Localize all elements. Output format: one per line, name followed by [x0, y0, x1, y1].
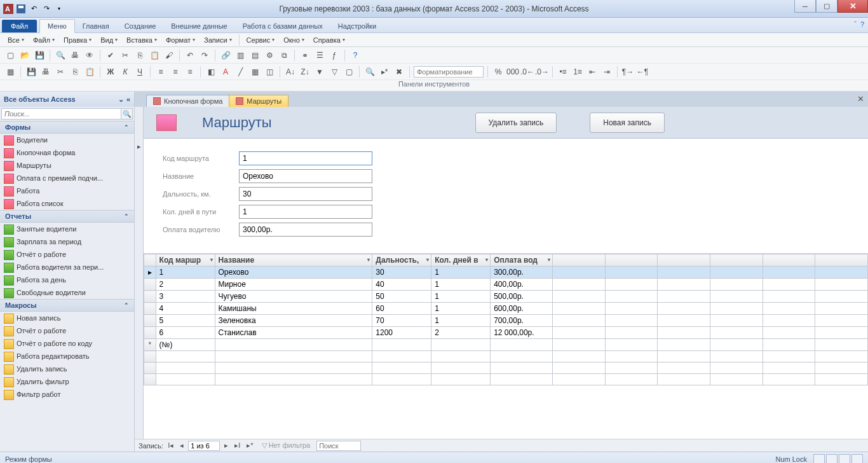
- menu-format[interactable]: Формат▾: [162, 35, 199, 45]
- spell-icon[interactable]: ✔: [104, 49, 117, 62]
- nav-item[interactable]: Зарплата за период: [0, 235, 134, 248]
- cell[interactable]: Станислав: [215, 327, 372, 339]
- sort-desc-icon[interactable]: Z↓: [299, 66, 311, 78]
- menu-records[interactable]: Записи▾: [200, 35, 236, 45]
- numbering-icon[interactable]: 1≡: [571, 66, 584, 78]
- file-tab[interactable]: Файл: [2, 20, 37, 32]
- empty-column[interactable]: [710, 254, 763, 266]
- nav-group-report[interactable]: Отчеты⌃: [0, 210, 134, 223]
- align-right-icon[interactable]: ≡: [184, 66, 196, 78]
- cell[interactable]: Чугуево: [215, 291, 372, 303]
- cell[interactable]: 700,00р.: [491, 315, 553, 327]
- recnav-last-icon[interactable]: ▸I: [233, 441, 242, 450]
- undo2-icon[interactable]: ↶: [184, 49, 196, 62]
- field-input[interactable]: [239, 187, 372, 201]
- nav-item[interactable]: Фильтр работ: [0, 388, 134, 401]
- empty-column[interactable]: [763, 254, 815, 266]
- cell[interactable]: 30: [372, 266, 431, 279]
- empty-cell[interactable]: [553, 315, 606, 327]
- empty-cell[interactable]: [372, 339, 431, 351]
- indent-inc-icon[interactable]: ⇥: [600, 66, 613, 78]
- new-db-icon[interactable]: ▢: [4, 49, 17, 62]
- empty-cell[interactable]: [815, 327, 868, 339]
- cell[interactable]: 300,00р.: [491, 266, 553, 279]
- query-icon[interactable]: ⚙: [263, 49, 276, 62]
- field-input[interactable]: [239, 223, 372, 237]
- help-icon[interactable]: ?: [860, 20, 864, 28]
- ribbon-tab-addins[interactable]: Надстройки: [330, 20, 384, 32]
- macro-icon[interactable]: ⧉: [278, 49, 290, 62]
- maximize-button[interactable]: ▢: [816, 0, 837, 13]
- cell[interactable]: 60: [372, 303, 431, 315]
- menu-view[interactable]: Вид▾: [97, 35, 121, 45]
- empty-cell[interactable]: [553, 303, 606, 315]
- nav-item[interactable]: Работа водителя за пери...: [0, 261, 134, 273]
- cell[interactable]: 1: [431, 266, 491, 279]
- menu-tools[interactable]: Сервис▾: [243, 35, 279, 45]
- print2-icon[interactable]: 🖶: [39, 66, 52, 78]
- row-selector[interactable]: [144, 315, 156, 327]
- empty-cell[interactable]: [553, 339, 606, 351]
- row-selector[interactable]: [144, 291, 156, 303]
- redo-icon[interactable]: ↷: [41, 3, 52, 15]
- save-icon[interactable]: 💾: [33, 49, 46, 62]
- help2-icon[interactable]: ?: [349, 49, 362, 62]
- filter-form-icon[interactable]: ▢: [342, 66, 355, 78]
- doc-tab-marshruty[interactable]: Маршруты: [229, 95, 288, 107]
- percent-icon[interactable]: %: [492, 66, 505, 78]
- empty-cell[interactable]: [763, 291, 815, 303]
- empty-cell[interactable]: [658, 303, 710, 315]
- empty-cell[interactable]: [553, 327, 606, 339]
- line-color-icon[interactable]: ╱: [234, 66, 247, 78]
- empty-cell[interactable]: [763, 327, 815, 339]
- row-selector[interactable]: [144, 327, 156, 339]
- nav-item[interactable]: Отчёт о работе: [0, 324, 134, 337]
- doc-tab-knopochnaya[interactable]: Кнопочная форма: [146, 95, 229, 107]
- nav-group-form[interactable]: Формы⌃: [0, 121, 134, 134]
- recnav-next-icon[interactable]: ▸: [222, 441, 230, 450]
- empty-cell[interactable]: [658, 279, 710, 291]
- empty-cell[interactable]: [431, 339, 491, 351]
- empty-cell[interactable]: [815, 303, 868, 315]
- cell[interactable]: (№): [156, 339, 215, 351]
- cell[interactable]: 2: [156, 279, 215, 291]
- empty-cell[interactable]: [605, 266, 658, 279]
- empty-cell[interactable]: [658, 339, 710, 351]
- nav-item[interactable]: Работа: [0, 184, 134, 197]
- nav-item[interactable]: Новая запись: [0, 312, 134, 324]
- italic-icon[interactable]: К: [119, 66, 132, 78]
- ribbon-tab-external[interactable]: Внешние данные: [163, 20, 234, 32]
- cell[interactable]: 1: [431, 291, 491, 303]
- design-view-icon[interactable]: [851, 454, 863, 464]
- cell[interactable]: 4: [156, 303, 215, 315]
- bullets-icon[interactable]: •≡: [557, 66, 569, 78]
- field-input[interactable]: [239, 169, 372, 183]
- menu-edit[interactable]: Правка▾: [60, 35, 95, 45]
- paste-icon[interactable]: 📋: [148, 49, 161, 62]
- newrec-icon[interactable]: ▸*: [378, 66, 391, 78]
- cell[interactable]: 1: [431, 279, 491, 291]
- empty-column[interactable]: [553, 254, 606, 266]
- font-color-icon[interactable]: A: [219, 66, 232, 78]
- save2-icon[interactable]: 💾: [25, 66, 37, 78]
- ribbon-tab-menu[interactable]: Меню: [39, 19, 75, 33]
- minimize-button[interactable]: ─: [794, 0, 816, 13]
- empty-cell[interactable]: [763, 315, 815, 327]
- find-icon[interactable]: 🔍: [363, 66, 376, 78]
- recnav-search-input[interactable]: [316, 441, 361, 451]
- empty-cell[interactable]: [658, 327, 710, 339]
- cell[interactable]: 500,00р.: [491, 291, 553, 303]
- empty-cell[interactable]: [763, 339, 815, 351]
- copy-icon[interactable]: ⎘: [133, 49, 146, 62]
- select-all-cell[interactable]: [144, 254, 156, 266]
- cell[interactable]: 50: [372, 291, 431, 303]
- cut-icon[interactable]: ✂: [119, 49, 132, 62]
- ribbon-tab-home[interactable]: Главная: [75, 20, 117, 32]
- align-center-icon[interactable]: ≡: [169, 66, 182, 78]
- empty-column[interactable]: [815, 254, 868, 266]
- row-selector[interactable]: ▸: [144, 266, 156, 279]
- row-selector[interactable]: [144, 303, 156, 315]
- nav-group-macro[interactable]: Макросы⌃: [0, 299, 134, 312]
- empty-cell[interactable]: [710, 279, 763, 291]
- cell[interactable]: 1: [431, 315, 491, 327]
